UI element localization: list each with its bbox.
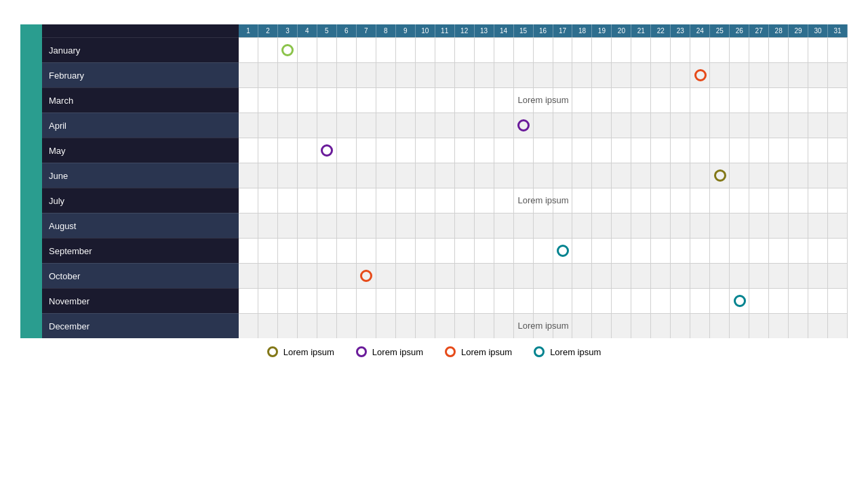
cell-may-28 xyxy=(769,138,789,163)
cell-april-9 xyxy=(396,113,416,138)
cell-july-10 xyxy=(416,188,435,213)
cell-july-31 xyxy=(828,188,848,213)
cell-january-20 xyxy=(612,37,631,62)
legend-dot-2 xyxy=(445,346,456,357)
cell-august-13 xyxy=(475,213,494,238)
days-row-february xyxy=(239,62,848,87)
cell-february-23 xyxy=(671,62,690,87)
month-label-march: March xyxy=(42,87,239,113)
cell-september-18 xyxy=(572,238,592,263)
cell-july-18 xyxy=(572,188,592,213)
cell-march-3 xyxy=(278,87,298,113)
cell-september-14 xyxy=(494,238,514,263)
cell-august-10 xyxy=(416,213,435,238)
cell-october-21 xyxy=(631,263,651,288)
day-header-11: 11 xyxy=(435,24,455,37)
cell-june-16 xyxy=(534,163,553,188)
cell-february-16 xyxy=(534,62,553,87)
cell-july-4 xyxy=(298,188,317,213)
cell-may-9 xyxy=(396,138,416,163)
month-label-november: November xyxy=(42,288,239,313)
cell-october-8 xyxy=(376,263,396,288)
cell-august-7 xyxy=(357,213,376,238)
cell-september-16 xyxy=(534,238,553,263)
legend: Lorem ipsumLorem ipsumLorem ipsumLorem i… xyxy=(267,346,601,357)
cell-june-7 xyxy=(357,163,376,188)
cell-february-14 xyxy=(494,62,514,87)
month-label-august: August xyxy=(42,213,239,238)
cell-december-28 xyxy=(769,313,789,338)
day-header-13: 13 xyxy=(475,24,494,37)
cell-july-26 xyxy=(730,188,749,213)
cell-july-16 xyxy=(534,188,553,213)
cell-march-30 xyxy=(808,87,828,113)
cell-august-17 xyxy=(553,213,573,238)
cell-january-7 xyxy=(357,37,376,62)
day-header-30: 30 xyxy=(808,24,828,37)
cell-september-5 xyxy=(317,238,337,263)
month-row-july: JulyLorem ipsum xyxy=(42,188,848,213)
days-header: 1234567891011121314151617181920212223242… xyxy=(239,24,848,37)
cell-september-11 xyxy=(435,238,455,263)
cell-may-15 xyxy=(514,138,534,163)
cell-december-31 xyxy=(828,313,848,338)
cell-july-6 xyxy=(337,188,357,213)
cell-september-12 xyxy=(455,238,475,263)
cell-february-4 xyxy=(298,62,317,87)
days-row-may xyxy=(239,138,848,163)
cell-may-18 xyxy=(572,138,592,163)
cell-june-24 xyxy=(690,163,710,188)
milestone-june-day25 xyxy=(714,169,726,182)
legend-dot-3 xyxy=(534,346,545,357)
cell-march-9 xyxy=(396,87,416,113)
month-label-april: April xyxy=(42,113,239,138)
cell-october-28 xyxy=(769,263,789,288)
day-header-25: 25 xyxy=(710,24,730,37)
cell-june-31 xyxy=(828,163,848,188)
days-row-june xyxy=(239,163,848,188)
cell-november-29 xyxy=(789,288,808,313)
cell-february-11 xyxy=(435,62,455,87)
cell-may-3 xyxy=(278,138,298,163)
cell-september-22 xyxy=(651,238,671,263)
cell-july-11 xyxy=(435,188,455,213)
header-row: 1234567891011121314151617181920212223242… xyxy=(42,24,848,37)
cell-may-27 xyxy=(749,138,769,163)
cell-august-9 xyxy=(396,213,416,238)
cell-august-29 xyxy=(789,213,808,238)
legend-item-2: Lorem ipsum xyxy=(445,346,512,357)
cell-november-21 xyxy=(631,288,651,313)
cell-february-17 xyxy=(553,62,573,87)
legend-label-0: Lorem ipsum xyxy=(283,347,334,357)
day-header-24: 24 xyxy=(690,24,710,37)
cell-december-24 xyxy=(690,313,710,338)
cell-march-31 xyxy=(828,87,848,113)
cell-november-2 xyxy=(258,288,278,313)
cell-october-19 xyxy=(592,263,612,288)
cell-december-3 xyxy=(278,313,298,338)
cell-november-18 xyxy=(572,288,592,313)
day-header-23: 23 xyxy=(671,24,690,37)
cell-july-7 xyxy=(357,188,376,213)
cell-march-25 xyxy=(710,87,730,113)
cell-december-7 xyxy=(357,313,376,338)
cell-october-12 xyxy=(455,263,475,288)
cell-june-15 xyxy=(514,163,534,188)
day-header-8: 8 xyxy=(376,24,396,37)
cell-may-17 xyxy=(553,138,573,163)
cell-july-9 xyxy=(396,188,416,213)
cell-march-28 xyxy=(769,87,789,113)
cell-may-24 xyxy=(690,138,710,163)
cell-december-1 xyxy=(239,313,258,338)
cell-november-25 xyxy=(710,288,730,313)
cell-january-28 xyxy=(769,37,789,62)
cell-november-14 xyxy=(494,288,514,313)
cell-september-29 xyxy=(789,238,808,263)
day-header-31: 31 xyxy=(828,24,848,37)
cell-november-8 xyxy=(376,288,396,313)
milestone-november-day26 xyxy=(734,295,746,307)
cell-august-6 xyxy=(337,213,357,238)
cell-september-10 xyxy=(416,238,435,263)
cell-september-19 xyxy=(592,238,612,263)
milestone-october-day7 xyxy=(360,270,372,282)
